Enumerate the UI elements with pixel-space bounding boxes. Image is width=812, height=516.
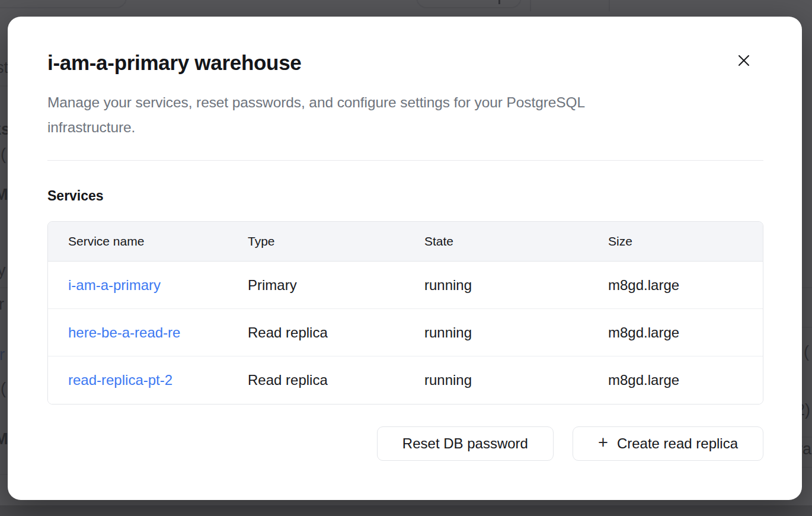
modal-dialog: i-am-a-primary warehouse Manage your ser… — [8, 17, 802, 500]
services-heading: Services — [47, 188, 763, 204]
services-table: Service name Type State Size i-am-a-prim… — [47, 221, 763, 404]
service-state-cell: running — [404, 277, 588, 294]
create-read-replica-label: Create read replica — [617, 435, 738, 452]
service-link[interactable]: read-replica-pt-2 — [68, 372, 172, 388]
modal-description: Manage your services, reset passwords, a… — [47, 90, 655, 140]
service-name-cell: i-am-a-primary — [48, 277, 228, 294]
service-size-cell: m8gd.large — [588, 277, 763, 294]
service-size-cell: m8gd.large — [588, 324, 763, 341]
service-type-cell: Primary — [228, 277, 404, 294]
close-icon — [737, 53, 751, 68]
service-name-cell: here-be-a-read-re — [48, 324, 228, 341]
service-state-cell: running — [404, 372, 588, 388]
column-header-service-name: Service name — [48, 234, 228, 249]
create-read-replica-button[interactable]: + Create read replica — [573, 426, 763, 461]
reset-db-password-label: Reset DB password — [402, 435, 528, 452]
service-name-cell: read-replica-pt-2 — [48, 372, 228, 388]
service-state-cell: running — [404, 324, 588, 341]
table-row: read-replica-pt-2 Read replica running m… — [48, 356, 763, 404]
close-button[interactable] — [731, 47, 757, 74]
service-type-cell: Read replica — [228, 372, 404, 388]
table-header-row: Service name Type State Size — [48, 222, 763, 262]
service-link[interactable]: i-am-a-primary — [68, 277, 161, 293]
plus-icon: + — [598, 434, 608, 451]
column-header-state: State — [404, 234, 588, 249]
section-divider — [47, 160, 763, 161]
modal-title: i-am-a-primary warehouse — [47, 51, 763, 75]
table-row: i-am-a-primary Primary running m8gd.larg… — [48, 262, 763, 309]
service-type-cell: Read replica — [228, 324, 404, 341]
service-link[interactable]: here-be-a-read-re — [68, 324, 180, 340]
modal-footer: Reset DB password + Create read replica — [47, 426, 763, 461]
reset-db-password-button[interactable]: Reset DB password — [377, 426, 554, 461]
column-header-type: Type — [228, 234, 404, 249]
table-row: here-be-a-read-re Read replica running m… — [48, 309, 763, 356]
service-size-cell: m8gd.large — [588, 372, 763, 388]
column-header-size: Size — [588, 234, 763, 249]
